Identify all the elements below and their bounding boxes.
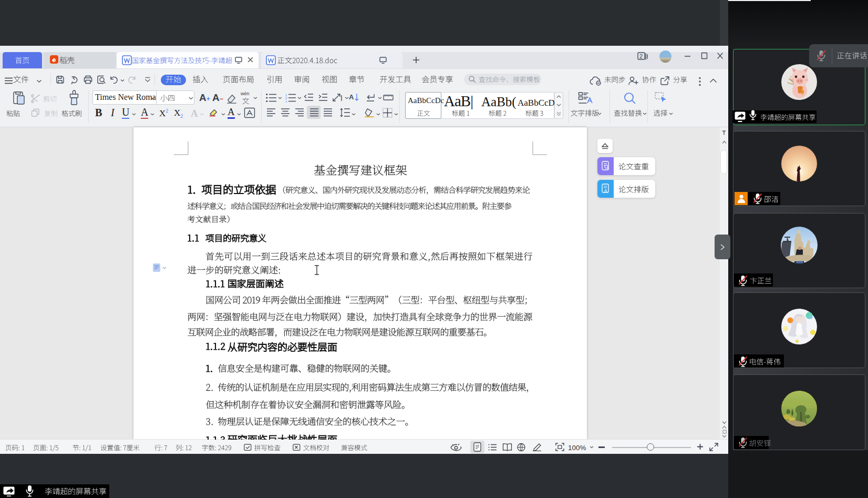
svg-text:2: 2 <box>285 97 287 100</box>
svg-text:2: 2 <box>639 53 643 59</box>
svg-text:A: A <box>349 93 354 101</box>
svg-text:3: 3 <box>285 100 287 103</box>
svg-text:1: 1 <box>285 94 287 97</box>
svg-text:A: A <box>604 188 607 193</box>
